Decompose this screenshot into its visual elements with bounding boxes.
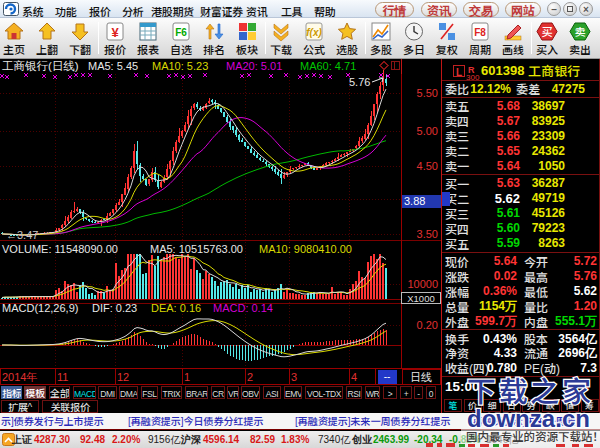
svg-text:下载之家: 下载之家	[467, 368, 591, 410]
svg-text:国内最专业的资源下载站！: 国内最专业的资源下载站！	[466, 428, 600, 444]
